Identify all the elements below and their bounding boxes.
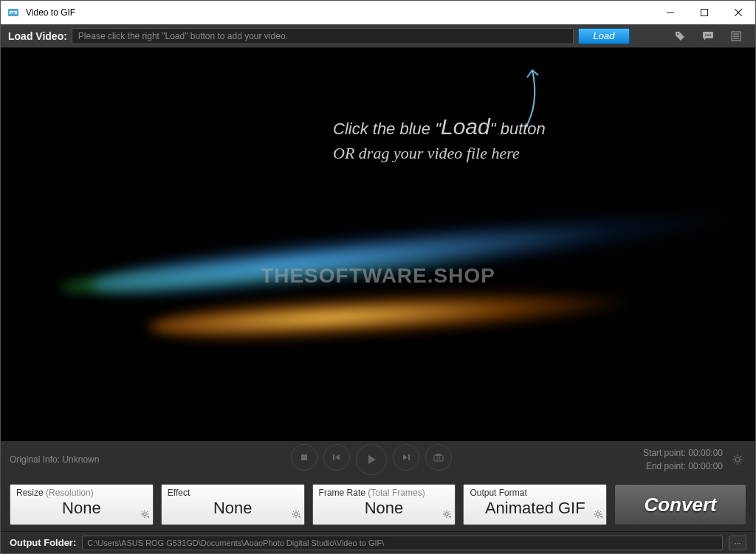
titlebar: GIF Video to GIF [1,1,755,24]
framerate-label: Frame Rate (Total Frames) [319,488,450,498]
resize-card[interactable]: Resize (Resolution) None [10,484,154,525]
output-format-label: Output Format [470,488,600,498]
svg-point-21 [437,457,440,460]
load-bar: Load Video: Please click the right "Load… [1,24,755,48]
maximize-button[interactable] [687,1,721,24]
playback-controls [99,444,643,475]
snapshot-button[interactable] [425,444,452,471]
output-folder-label: Output Folder: [10,537,76,548]
output-bar: Output Folder: C:\Users\ASUS ROG G531GD\… [1,531,755,553]
time-settings-icon[interactable] [729,451,746,468]
svg-line-39 [146,511,147,512]
svg-point-31 [143,513,146,516]
svg-line-64 [600,516,601,517]
load-button[interactable]: Load [578,28,630,44]
app-icon: GIF [7,6,20,19]
gear-icon [140,509,150,522]
svg-rect-19 [434,455,443,461]
video-preview[interactable]: Click the blue "Load" button OR drag you… [1,48,755,441]
svg-line-38 [142,516,142,517]
svg-rect-17 [333,454,334,460]
svg-line-46 [298,516,298,517]
next-frame-button[interactable] [393,444,419,471]
instruction-text-1: Click the blue "Load" button [333,114,546,139]
comment-icon[interactable] [696,27,720,45]
gear-icon [593,509,603,522]
play-button[interactable] [356,444,387,475]
svg-line-27 [734,456,735,457]
svg-text:GIF: GIF [11,11,16,15]
prev-frame-button[interactable] [323,444,350,471]
output-folder-path[interactable]: C:\Users\ASUS ROG G531GD\Documents\AoaoP… [82,536,723,550]
framerate-value: None [319,499,450,517]
effect-value: None [168,499,298,517]
app-window: GIF Video to GIF Load Video: Please clic… [0,0,756,554]
browse-folder-button[interactable]: ··· [729,536,746,550]
svg-line-65 [596,516,597,517]
settings-row: Resize (Resolution) None Effect None Fra… [1,478,755,531]
svg-line-29 [734,463,735,464]
svg-rect-4 [701,10,708,16]
svg-line-63 [596,511,597,512]
output-format-value: Animated GIF [470,499,600,517]
svg-line-66 [600,511,601,512]
svg-rect-18 [408,454,410,460]
svg-line-28 [740,463,742,464]
svg-line-30 [740,456,742,457]
svg-point-11 [709,34,711,35]
playback-bar: Original Info: Unknown Start point: 00:0… [1,441,755,478]
gear-icon [441,509,452,522]
app-body: Load Video: Please click the right "Load… [1,24,755,553]
svg-rect-16 [301,454,307,460]
svg-line-57 [449,511,450,512]
video-path-placeholder: Please click the right "Load" button to … [78,31,288,41]
window-title: Video to GIF [26,7,75,18]
svg-point-7 [677,33,678,35]
resize-value: None [16,499,147,517]
stop-button[interactable] [291,444,317,471]
watermark-text: THESOFTWARE.SHOP [261,264,495,288]
convert-button[interactable]: Convert [614,484,746,525]
effect-label: Effect [168,488,298,498]
svg-line-55 [449,516,450,517]
svg-line-36 [142,511,142,512]
svg-point-49 [445,513,448,516]
gear-icon [291,509,301,522]
svg-line-48 [298,511,298,512]
effect-card[interactable]: Effect None [161,484,305,525]
svg-line-45 [293,511,294,512]
instruction-text-2: OR drag your video file here [333,144,520,163]
svg-line-47 [293,516,294,517]
svg-point-58 [597,513,599,516]
svg-point-22 [735,457,740,462]
resize-label: Resize (Resolution) [16,488,147,498]
time-points: Start point: 00:00:00 End point: 00:00:0… [643,446,723,473]
svg-point-9 [705,34,707,35]
output-format-card[interactable]: Output Format Animated GIF [463,484,607,525]
video-path-input[interactable]: Please click the right "Load" button to … [72,28,574,44]
close-button[interactable] [721,1,755,24]
svg-rect-20 [436,454,441,456]
load-video-label: Load Video: [8,30,67,42]
framerate-card[interactable]: Frame Rate (Total Frames) None [312,484,456,525]
original-info: Original Info: Unknown [10,454,99,465]
svg-line-54 [444,511,445,512]
list-icon[interactable] [724,27,748,45]
svg-point-40 [294,513,297,516]
minimize-button[interactable] [653,1,687,24]
tag-icon[interactable] [668,27,692,45]
svg-line-56 [444,516,445,517]
svg-line-37 [146,516,147,517]
svg-point-10 [707,34,709,35]
